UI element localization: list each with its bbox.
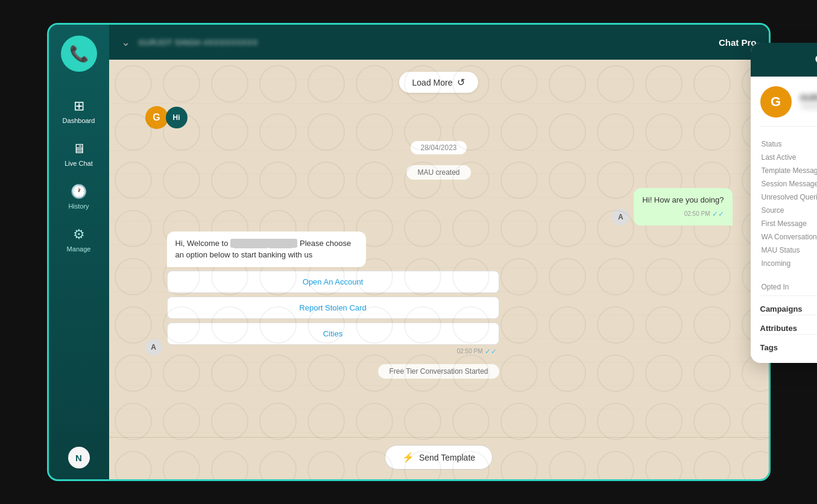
sidebar-item-history[interactable]: 🕐 History <box>49 175 109 218</box>
msg-avatar-outgoing-1: A <box>612 209 629 225</box>
refresh-icon: ↺ <box>457 77 465 88</box>
message-bubble-incoming-1: Hi, Welcome to ██████ ████. Please choos… <box>167 232 367 267</box>
avatar-hi: Hi <box>166 107 188 128</box>
system-message-mau: MAU created <box>406 165 470 180</box>
section-tags-label: Tags <box>760 343 778 352</box>
sidebar-item-manage[interactable]: ⚙ Manage <box>49 218 109 261</box>
field-label-status: Status <box>760 137 818 151</box>
table-row: Unresolved Queries 0 <box>760 191 818 204</box>
sidebar-logo[interactable]: 📞 <box>61 36 97 72</box>
phone-icon: 📞 <box>69 45 89 63</box>
system-message-free-tier: Free Tier Conversation Started <box>378 364 499 379</box>
chat-profile-panel: Chat Profile G GURJOT SINGH +XXXXXXXXXXX… <box>751 43 818 363</box>
section-tags[interactable]: Tags ⌄ <box>760 334 818 353</box>
message-text-outgoing-1: Hi! How are you doing? <box>642 195 724 204</box>
message-text-incoming-1: Hi, Welcome to ██████ ████. Please choos… <box>175 239 352 260</box>
field-label-session-msg: Session Messages <box>760 177 818 191</box>
section-campaigns-label: Campaigns <box>760 304 803 313</box>
dashboard-icon: ⊞ <box>74 98 84 114</box>
user-avatar[interactable]: N <box>68 447 90 468</box>
field-label-mau-status: MAU Status <box>760 244 818 257</box>
opted-in-label: Opted In <box>762 283 789 291</box>
field-label-template-msg: Template Messages <box>760 164 818 177</box>
table-row: Session Messages 3 <box>760 177 818 191</box>
send-template-label: Send Template <box>419 453 475 462</box>
menu-button-report-stolen[interactable]: Report Stolen Card <box>167 297 499 319</box>
topbar-right-label: Chat Pro <box>719 37 757 48</box>
field-label-incoming: Incoming <box>760 257 818 270</box>
chat-area: Load More ↺ G Hi 28/04/2023 MAU created <box>109 60 769 479</box>
cp-name: GURJOT SINGH <box>800 93 818 102</box>
topbar: ⌄ GURJOT SINGH #XXXXXXXXX Chat Pro <box>109 25 769 60</box>
avatars-row: G Hi <box>145 106 733 129</box>
checkmarks-icon: ✓✓ <box>712 209 724 219</box>
sidebar-item-label-history: History <box>68 203 89 210</box>
cp-phone: +XXXXXXXXXXX <box>800 102 818 111</box>
history-icon: 🕐 <box>71 184 87 200</box>
sidebar-bottom: N <box>68 447 90 479</box>
table-row: WA Conversation Inactive <box>760 230 818 244</box>
cp-identity: G GURJOT SINGH +XXXXXXXXXXX <box>760 86 818 127</box>
opted-in-row: Opted In <box>760 279 818 295</box>
message-bubble-outgoing-1: Hi! How are you doing? 02:50 PM ✓✓ <box>634 188 732 225</box>
section-attributes-label: Attributes <box>760 324 797 333</box>
sidebar-item-livechat[interactable]: 🖥 Live Chat <box>49 133 109 175</box>
bolt-icon: ⚡ <box>402 452 414 463</box>
cp-avatar: G <box>760 86 792 118</box>
chat-scroll[interactable]: Load More ↺ G Hi 28/04/2023 MAU created <box>109 60 769 437</box>
message-time-outgoing-1: 02:50 PM ✓✓ <box>642 209 724 219</box>
chat-bottom: ⚡ Send Template <box>109 437 769 479</box>
app-frame: 📞 ⊞ Dashboard 🖥 Live Chat 🕐 History ⚙ Ma… <box>47 23 771 481</box>
field-label-last-active: Last Active <box>760 151 818 164</box>
chat-profile-body: G GURJOT SINGH +XXXXXXXXXXX Status Inact… <box>751 77 818 363</box>
field-label-first-msg: First Message <box>760 217 818 230</box>
load-more-label: Load More <box>412 78 453 87</box>
checkmarks-icon-2: ✓✓ <box>485 347 497 356</box>
table-row: Incoming Allowed <box>760 257 818 270</box>
menu-button-open-account[interactable]: Open An Account <box>167 271 499 293</box>
message-row-incoming-1: A Hi, Welcome to ██████ ████. Please cho… <box>145 232 733 356</box>
message-time-incoming-1: 02:50 PM ✓✓ <box>167 347 499 356</box>
field-label-unresolved: Unresolved Queries <box>760 191 818 204</box>
field-label-wa-conv: WA Conversation <box>760 230 818 244</box>
chat-profile-header: Chat Profile <box>751 43 818 77</box>
main-area: ⌄ GURJOT SINGH #XXXXXXXXX Chat Pro Load … <box>109 25 769 479</box>
sidebar-item-label-livechat: Live Chat <box>65 160 92 167</box>
manage-icon: ⚙ <box>73 227 85 242</box>
field-label-source: Source <box>760 204 818 217</box>
msg-avatar-incoming-1: A <box>145 339 162 356</box>
system-msg-text-2: Free Tier Conversation Started <box>389 367 488 376</box>
livechat-icon: 🖥 <box>72 141 86 157</box>
date-divider: 28/04/2023 <box>411 141 466 154</box>
cp-name-group: GURJOT SINGH +XXXXXXXXXXX <box>800 93 818 111</box>
table-row: Status Inactive <box>760 137 818 151</box>
menu-button-cities[interactable]: Cities <box>167 323 499 345</box>
send-template-button[interactable]: ⚡ Send Template <box>385 445 493 470</box>
sidebar-item-label-dashboard: Dashboard <box>63 117 95 124</box>
topbar-title: GURJOT SINGH #XXXXXXXXX <box>139 38 258 47</box>
table-row: MAU Status Active <box>760 244 818 257</box>
table-row: Template Messages 0 <box>760 164 818 177</box>
system-msg-text-1: MAU created <box>417 168 459 177</box>
topbar-chevron-icon[interactable]: ⌄ <box>121 36 130 49</box>
table-row: First Message .... <box>760 217 818 230</box>
avatar-g: G <box>145 106 168 129</box>
sidebar-item-dashboard[interactable]: ⊞ Dashboard <box>49 90 109 133</box>
cp-info-table: Status Inactive Last Active 4/28/2023, 2… <box>760 137 818 270</box>
section-attributes[interactable]: Attributes ⌄ <box>760 315 818 334</box>
sidebar: 📞 ⊞ Dashboard 🖥 Live Chat 🕐 History ⚙ Ma… <box>49 25 109 479</box>
section-campaigns[interactable]: Campaigns ⌄ <box>760 295 818 315</box>
message-row-outgoing-1: Hi! How are you doing? 02:50 PM ✓✓ A <box>145 188 733 225</box>
sidebar-item-label-manage: Manage <box>67 245 91 253</box>
date-label: 28/04/2023 <box>420 143 456 152</box>
table-row: Source ORGANIC <box>760 204 818 217</box>
load-more-button[interactable]: Load More ↺ <box>399 72 479 93</box>
table-row: Last Active 4/28/2023, 2:41 PM <box>760 151 818 164</box>
